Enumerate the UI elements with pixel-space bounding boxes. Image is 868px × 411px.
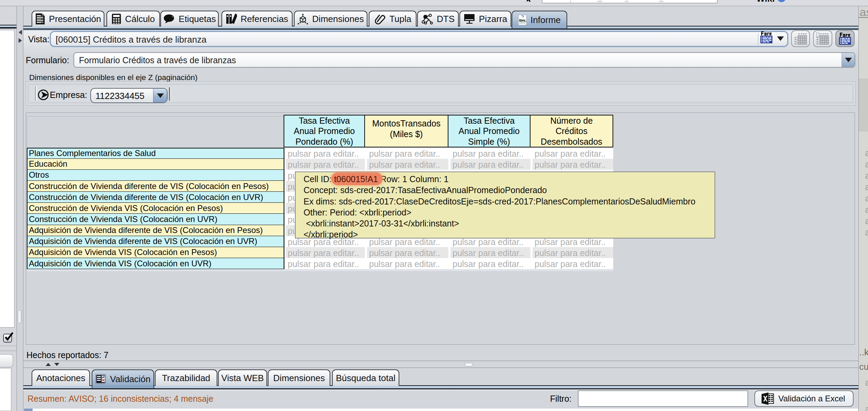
svg-text:xBRL: xBRL bbox=[519, 19, 526, 22]
